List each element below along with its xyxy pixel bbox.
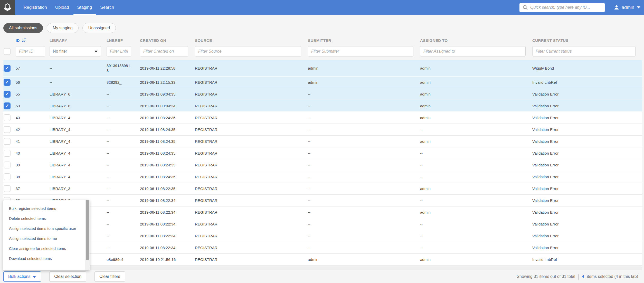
column-header-assigned-to[interactable]: ASSIGNED TO [420,38,532,43]
table-row[interactable]: 57 -- 891391389813 2019-06-11 22:28:58 R… [3,60,642,77]
cell-submitter: -- [308,198,420,203]
cell-id: 41 [16,139,50,144]
table-row[interactable]: 39 LIBRARY_4 -- 2019-06-11 08:24:35 REGI… [3,159,642,171]
table-row[interactable]: e8e989e1 2019-06-10 21:56:16 REGISTRAR a… [3,254,642,266]
column-header-lnbref[interactable]: LNBREF [107,38,140,43]
chip-all-submissions[interactable]: All submissions [3,23,43,33]
menu-scrollbar-thumb[interactable] [86,200,89,260]
table-row[interactable]: -- 2019-06-11 08:22:34 REGISTRAR -- -- V… [3,242,642,254]
nav-item-staging[interactable]: Staging [73,0,96,15]
cell-lnbref: -- [107,219,140,230]
cell-current-status: Validation Error [532,92,642,97]
row-checkbox[interactable] [4,150,11,157]
row-checkbox[interactable] [4,91,11,98]
user-menu[interactable]: admin [613,0,640,15]
cell-library: LIBRARY_6 [50,103,107,108]
cell-submitter: -- [308,186,420,191]
filter-created-on-input[interactable] [140,46,188,56]
cell-library: LIBRARY_4 [50,115,107,120]
nav-item-registration[interactable]: Registration [20,0,51,15]
table-row[interactable]: 41 LIBRARY_4 -- 2019-06-11 08:24:35 REGI… [3,136,642,147]
bulk-menu-item[interactable]: Clear assignee for selected items [3,243,90,253]
table-row[interactable]: 38 LIBRARY_4 -- 2019-06-11 08:24:35 REGI… [3,171,642,183]
cell-created-on: 2019-06-11 08:24:35 [140,115,195,120]
cell-lnbref: -- [107,242,140,253]
cell-submitter: -- [308,233,420,238]
row-checkbox[interactable] [4,102,11,109]
bulk-menu-item[interactable]: Download selected items [3,253,90,263]
row-checkbox[interactable] [4,79,11,86]
showing-count-text: Showing 31 items out of 31 total [517,274,575,279]
cell-lnbref: -- [107,183,140,194]
table-row[interactable]: -- 2019-06-11 08:22:34 REGISTRAR -- admi… [3,206,642,218]
select-all-checkbox[interactable] [4,48,11,55]
bulk-menu-item[interactable]: Bulk register selected items [3,203,90,213]
filter-id-input[interactable] [16,46,45,56]
table-row[interactable]: 36 LIBRARY_3 -- 2019-06-11 08:22:34 REGI… [3,195,642,206]
column-header-id[interactable]: ID [16,38,50,43]
cell-library: LIBRARY_4 [50,127,107,132]
column-header-submitter[interactable]: SUBMITTER [308,38,420,43]
cell-assigned-to: -- [420,174,532,179]
chip-my-staging[interactable]: My staging [47,23,78,33]
bulk-actions-button[interactable]: Bulk actions [3,271,41,282]
row-checkbox[interactable] [4,126,11,133]
cell-created-on: 2019-06-11 22:28:58 [140,66,195,71]
table-row[interactable]: 37 LIBRARY_3 -- 2019-06-11 08:22:35 REGI… [3,183,642,195]
table-header-row: ID LIBRARY LNBREF CREATED ON SOURCE SUBM… [3,36,642,45]
cell-source: REGISTRAR [195,103,308,108]
cell-submitter: -- [308,163,420,167]
table-body: 57 -- 891391389813 2019-06-11 22:28:58 R… [3,60,642,266]
column-header-source[interactable]: SOURCE [195,38,308,43]
horizontal-scrollbar[interactable] [3,267,642,270]
cell-library: LIBRARY_4 [50,174,107,179]
table-row[interactable]: 56 -- 828292_ 2019-06-11 22:15:33 REGIST… [3,77,642,88]
column-header-library[interactable]: LIBRARY [50,38,107,43]
cell-created-on: 2019-06-11 08:24:35 [140,163,195,167]
cell-lnbref: e8e989e1 [107,254,140,265]
chevron-down-icon [637,6,640,8]
row-checkbox[interactable] [4,114,11,121]
table-row[interactable]: 53 LIBRARY_6 -- 2019-06-11 09:04:34 REGI… [3,100,642,112]
row-checkbox[interactable] [4,173,11,180]
cell-lnbref: 891391389813 [107,60,140,76]
cell-library: -- [50,80,107,85]
username: admin [622,5,634,10]
row-checkbox[interactable] [4,138,11,145]
filter-lnbref-input[interactable] [107,46,131,56]
nav-item-search[interactable]: Search [96,0,118,15]
nav-item-upload[interactable]: Upload [51,0,73,15]
filter-assigned-to-input[interactable] [420,46,526,56]
table-row[interactable]: 55 LIBRARY_6 -- 2019-06-11 09:04:35 REGI… [3,88,642,100]
user-icon [613,4,620,11]
bulk-menu-item[interactable]: Delete selected items [3,213,90,223]
filter-library-select[interactable]: No filter [50,46,101,56]
table-row[interactable]: -- 2019-06-11 08:22:34 REGISTRAR -- -- V… [3,230,642,242]
chip-unassigned[interactable]: Unassigned [82,23,116,33]
table-row[interactable]: 40 LIBRARY_4 -- 2019-06-11 08:24:35 REGI… [3,147,642,159]
filter-current-status-input[interactable] [532,46,636,56]
table-row[interactable]: -- 2019-06-11 08:22:34 REGISTRAR -- -- V… [3,218,642,230]
row-checkbox[interactable] [4,185,11,192]
cell-lnbref: -- [107,230,140,241]
column-header-created-on[interactable]: CREATED ON [140,38,195,43]
quick-search-input[interactable] [530,5,602,10]
brand-logo[interactable] [0,0,15,15]
selected-count: 4 [582,274,584,279]
cell-submitter: -- [308,103,420,108]
column-header-current-status[interactable]: CURRENT STATUS [532,38,642,43]
bulk-menu-item[interactable]: Assign selected items to a specific user [3,223,90,233]
row-checkbox[interactable] [4,162,11,168]
bulk-menu-item[interactable]: Assign selected items to me [3,233,90,243]
clear-selection-button[interactable]: Clear selection [49,271,86,282]
cell-submitter: -- [308,245,420,250]
filter-submitter-input[interactable] [308,46,413,56]
cell-submitter: -- [308,210,420,215]
table-row[interactable]: 42 LIBRARY_4 -- 2019-06-11 08:24:35 REGI… [3,124,642,136]
filter-source-input[interactable] [195,46,301,56]
row-checkbox[interactable] [4,65,11,72]
menu-scrollbar-track[interactable] [85,200,90,270]
clear-filters-button[interactable]: Clear filters [94,271,125,282]
cell-created-on: 2019-06-11 08:24:35 [140,127,195,132]
table-row[interactable]: 43 LIBRARY_4 -- 2019-06-11 08:24:35 REGI… [3,112,642,124]
